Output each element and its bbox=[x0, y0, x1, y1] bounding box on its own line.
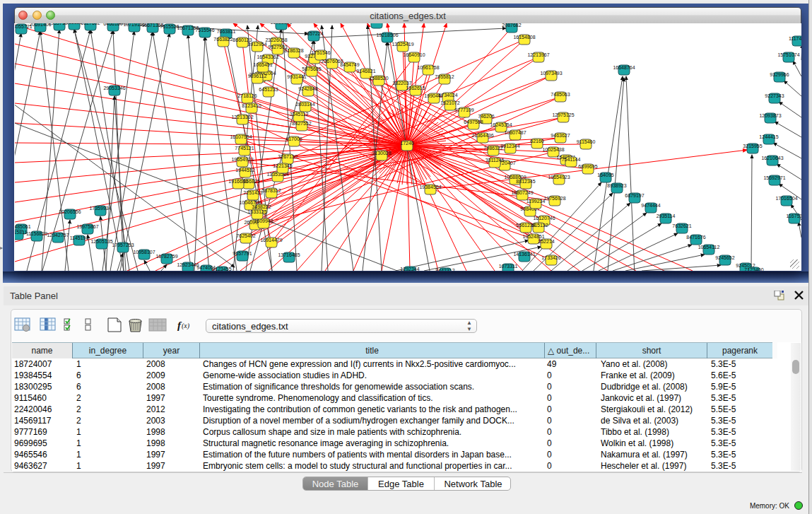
svg-text:1733426: 1733426 bbox=[541, 255, 560, 260]
svg-text:2130028: 2130028 bbox=[372, 151, 391, 156]
svg-text:3311245: 3311245 bbox=[486, 158, 505, 163]
svg-text:1751546: 1751546 bbox=[311, 50, 330, 55]
svg-text:13325419: 13325419 bbox=[392, 42, 413, 47]
svg-text:12213967: 12213967 bbox=[527, 52, 549, 57]
svg-text:5875685: 5875685 bbox=[302, 66, 321, 71]
svg-text:8812345: 8812345 bbox=[516, 179, 535, 184]
svg-text:3267130: 3267130 bbox=[278, 154, 297, 159]
svg-text:17957253: 17957253 bbox=[112, 243, 134, 247]
svg-text:1145191: 1145191 bbox=[70, 235, 89, 240]
svg-text:9931441: 9931441 bbox=[287, 74, 306, 79]
svg-text:417006: 417006 bbox=[286, 136, 302, 141]
svg-text:2251433: 2251433 bbox=[243, 190, 262, 195]
svg-text:8442312: 8442312 bbox=[435, 268, 454, 271]
svg-text:2935114: 2935114 bbox=[657, 214, 676, 218]
svg-text:7663822: 7663822 bbox=[213, 37, 233, 42]
svg-text:23226058: 23226058 bbox=[265, 37, 287, 42]
svg-text:6451233: 6451233 bbox=[259, 87, 278, 92]
svg-text:15751074: 15751074 bbox=[777, 52, 799, 57]
svg-text:3498222: 3498222 bbox=[252, 204, 271, 209]
svg-text:8938923: 8938923 bbox=[607, 183, 626, 188]
svg-text:6879197: 6879197 bbox=[625, 193, 644, 198]
svg-text:10807487: 10807487 bbox=[504, 130, 526, 135]
svg-text:17240: 17240 bbox=[400, 141, 414, 146]
svg-text:16154808: 16154808 bbox=[513, 35, 535, 40]
svg-text:1527602: 1527602 bbox=[81, 23, 100, 25]
svg-text:9463627: 9463627 bbox=[551, 133, 570, 138]
svg-text:1588520: 1588520 bbox=[369, 76, 388, 81]
svg-text:16914479: 16914479 bbox=[260, 238, 282, 243]
svg-text:19524851: 19524851 bbox=[522, 234, 544, 239]
svg-text:21364436: 21364436 bbox=[471, 133, 493, 138]
svg-text:7955812: 7955812 bbox=[435, 74, 454, 79]
svg-text:62160: 62160 bbox=[530, 139, 544, 144]
svg-text:(x): (x) bbox=[182, 322, 190, 330]
svg-text:7515546: 7515546 bbox=[195, 28, 214, 33]
svg-text:8123455: 8123455 bbox=[212, 267, 231, 271]
svg-text:3915811: 3915811 bbox=[15, 230, 27, 235]
svg-text:8454749: 8454749 bbox=[340, 62, 359, 67]
svg-text:9146821: 9146821 bbox=[356, 69, 375, 74]
svg-text:9912344: 9912344 bbox=[500, 144, 519, 148]
svg-text:12213302: 12213302 bbox=[231, 115, 253, 119]
svg-text:6466160: 6466160 bbox=[103, 23, 122, 26]
svg-text:7663811: 7663811 bbox=[217, 29, 236, 34]
svg-text:16648764: 16648764 bbox=[613, 65, 635, 70]
svg-text:12093873: 12093873 bbox=[759, 113, 781, 118]
svg-text:1073311: 1073311 bbox=[499, 264, 518, 269]
svg-text:9227343: 9227343 bbox=[765, 93, 784, 98]
svg-text:7541144: 7541144 bbox=[562, 157, 581, 162]
svg-text:2718126: 2718126 bbox=[237, 93, 257, 98]
svg-text:13716485: 13716485 bbox=[278, 252, 300, 257]
svg-text:1199234: 1199234 bbox=[526, 199, 546, 204]
svg-text:3345112: 3345112 bbox=[290, 112, 309, 117]
svg-text:16107554: 16107554 bbox=[230, 134, 252, 139]
svg-text:8471676: 8471676 bbox=[686, 235, 705, 240]
svg-text:3215955: 3215955 bbox=[743, 144, 762, 148]
svg-text:6899695: 6899695 bbox=[578, 164, 597, 169]
svg-text:16640910: 16640910 bbox=[403, 52, 425, 57]
svg-text:1244415: 1244415 bbox=[759, 134, 778, 139]
svg-text:1292344: 1292344 bbox=[400, 267, 419, 271]
svg-text:116753: 116753 bbox=[787, 214, 801, 218]
svg-text:19654923: 19654923 bbox=[231, 157, 253, 162]
svg-text:16033809: 16033809 bbox=[270, 23, 292, 25]
svg-text:1117400: 1117400 bbox=[789, 36, 801, 41]
svg-text:9896112: 9896112 bbox=[248, 74, 267, 78]
svg-text:6497568: 6497568 bbox=[464, 119, 483, 124]
svg-text:10973493: 10973493 bbox=[540, 71, 562, 76]
svg-text:2087682: 2087682 bbox=[502, 23, 521, 28]
svg-text:9242848: 9242848 bbox=[298, 86, 317, 91]
svg-text:5878312: 5878312 bbox=[261, 188, 281, 193]
svg-text:16543362: 16543362 bbox=[257, 54, 278, 59]
svg-text:1362615: 1362615 bbox=[406, 86, 425, 90]
svg-text:19654923: 19654923 bbox=[548, 175, 570, 180]
svg-text:7625402: 7625402 bbox=[236, 233, 255, 238]
svg-text:10961758: 10961758 bbox=[417, 65, 439, 70]
svg-text:19756928: 19756928 bbox=[543, 196, 565, 201]
svg-text:10025438: 10025438 bbox=[542, 147, 564, 152]
svg-text:20206556: 20206556 bbox=[59, 209, 81, 214]
svg-text:12942757: 12942757 bbox=[47, 233, 69, 238]
svg-text:11156829: 11156829 bbox=[26, 231, 47, 236]
svg-text:16782759: 16782759 bbox=[155, 254, 177, 259]
svg-text:9115460: 9115460 bbox=[577, 139, 596, 144]
svg-text:9329966: 9329966 bbox=[770, 72, 789, 77]
svg-text:9245652: 9245652 bbox=[715, 255, 734, 260]
svg-text:29053346: 29053346 bbox=[103, 86, 125, 90]
svg-text:746206: 746206 bbox=[478, 114, 494, 119]
svg-text:252214: 252214 bbox=[538, 239, 554, 244]
svg-text:7123400: 7123400 bbox=[744, 267, 763, 271]
svg-text:12923446: 12923446 bbox=[177, 262, 199, 267]
svg-text:9657791: 9657791 bbox=[233, 251, 252, 256]
svg-text:19218506: 19218506 bbox=[376, 33, 398, 37]
svg-text:10958107: 10958107 bbox=[133, 250, 155, 255]
svg-text:16120746: 16120746 bbox=[533, 216, 555, 221]
svg-text:1221345: 1221345 bbox=[273, 163, 292, 168]
svg-text:3912954: 3912954 bbox=[247, 42, 266, 47]
svg-text:1485061: 1485061 bbox=[15, 224, 31, 229]
svg-text:12505135: 12505135 bbox=[90, 239, 112, 244]
svg-text:164095: 164095 bbox=[597, 173, 613, 177]
svg-text:7632621: 7632621 bbox=[672, 223, 691, 228]
svg-text:9474444: 9474444 bbox=[641, 203, 660, 208]
